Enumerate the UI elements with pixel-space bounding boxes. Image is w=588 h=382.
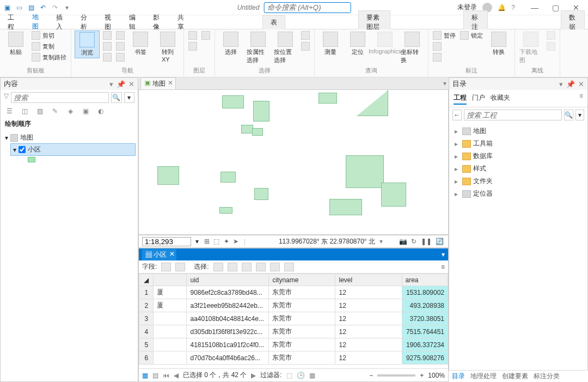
- basemap-button[interactable]: [187, 31, 198, 40]
- add-field-icon[interactable]: [161, 263, 171, 271]
- catalog-item-toolboxes[interactable]: ▸工具箱: [454, 137, 583, 150]
- zoom-in-icon[interactable]: [102, 41, 113, 51]
- show-selected-icon[interactable]: ▤: [152, 372, 158, 379]
- ctx-tab-table[interactable]: 表: [262, 15, 285, 29]
- close-tab-icon[interactable]: ✕: [168, 79, 173, 87]
- copy-button[interactable]: 复制: [30, 41, 68, 51]
- add-data-button[interactable]: [187, 41, 198, 51]
- notification-icon[interactable]: 🔔: [498, 4, 506, 11]
- delete-sel-icon[interactable]: [256, 263, 266, 271]
- pause-labeling-button[interactable]: 暂停: [432, 31, 457, 40]
- convert-labels-button[interactable]: 转换: [486, 31, 511, 57]
- contents-search-input[interactable]: [11, 92, 109, 103]
- pin-icon[interactable]: 📌: [566, 80, 575, 88]
- list-by-perspective-icon[interactable]: ◐: [95, 106, 106, 116]
- rotation-icon[interactable]: ↻: [411, 238, 416, 245]
- catalog-menu-icon[interactable]: ≡: [579, 92, 583, 105]
- dynamic-icon[interactable]: ➤: [233, 238, 238, 245]
- help-icon[interactable]: ?: [511, 4, 515, 11]
- catalog-item-folders[interactable]: ▸文件夹: [454, 175, 583, 187]
- reselect-icon[interactable]: [300, 41, 311, 51]
- bookmarks-button[interactable]: 书签: [128, 31, 153, 57]
- attribute-grid[interactable]: ◢ uid cityname level area 1厦9086ef2c8ca3…: [139, 274, 448, 368]
- list-by-editing-icon[interactable]: ✎: [50, 106, 60, 116]
- col-header[interactable]: uid: [187, 274, 269, 286]
- command-search-input[interactable]: [264, 2, 351, 13]
- catalog-item-locators[interactable]: ▸定位器: [454, 187, 583, 200]
- search-icon[interactable]: 🔍: [564, 110, 573, 120]
- copy-sel-icon[interactable]: [270, 263, 280, 271]
- table-row[interactable]: 541815108b1ca91f2c4f0...东莞市121906.337234: [139, 338, 448, 351]
- first-record-icon[interactable]: ⏮: [163, 372, 169, 379]
- refresh-icon[interactable]: 🔄: [436, 238, 444, 245]
- minimize-button[interactable]: —: [525, 1, 544, 14]
- coord-convert-button[interactable]: 坐标转换: [400, 31, 425, 65]
- constraint-icon[interactable]: ⊞: [204, 238, 210, 245]
- catalog-item-databases[interactable]: ▸数据库: [454, 150, 583, 162]
- expand-icon[interactable]: ▾: [5, 134, 8, 142]
- scale-input[interactable]: [142, 237, 191, 246]
- filter-sel-icon[interactable]: ▦: [309, 372, 315, 379]
- camera-icon[interactable]: 📷: [399, 238, 407, 245]
- calculate-field-icon[interactable]: [175, 263, 185, 271]
- bottom-tab-geoprocessing[interactable]: 地理处理: [470, 372, 497, 381]
- explore-button[interactable]: 浏览: [75, 31, 100, 58]
- list-by-labeling-icon[interactable]: ▣: [80, 106, 91, 116]
- coords-dropdown-icon[interactable]: ▾: [379, 238, 383, 245]
- sync-icon[interactable]: [546, 31, 556, 40]
- remove-icon[interactable]: [546, 41, 556, 51]
- select-by-attr-button[interactable]: 按属性选择: [246, 31, 271, 65]
- table-menu-icon[interactable]: ≡: [441, 263, 445, 271]
- search-icon[interactable]: 🔍: [111, 92, 122, 103]
- table-row[interactable]: 1厦9086ef2c8ca3789bd48...东莞市121531.809002: [139, 286, 448, 299]
- more-labeling-icon[interactable]: [432, 41, 457, 51]
- catalog-tab-project[interactable]: 工程: [454, 92, 467, 105]
- pin-icon[interactable]: 📌: [117, 80, 125, 88]
- select-by-loc-button[interactable]: 按位置选择: [273, 31, 298, 65]
- locate-button[interactable]: 定位: [345, 31, 370, 57]
- select-button[interactable]: 选择: [218, 31, 243, 57]
- zoom-out-icon[interactable]: −: [369, 372, 373, 379]
- measure-button[interactable]: 测量: [318, 31, 343, 57]
- bottom-tab-catalog[interactable]: 目录: [452, 372, 465, 381]
- select-related-icon[interactable]: [213, 263, 223, 271]
- zoom-slider[interactable]: [377, 374, 415, 377]
- next-extent-icon[interactable]: [115, 41, 126, 51]
- filter-icon[interactable]: ▽: [4, 92, 9, 103]
- col-header[interactable]: cityname: [269, 274, 335, 286]
- prev-extent-icon[interactable]: [115, 31, 126, 40]
- tree-item-symbol[interactable]: [26, 156, 136, 163]
- table-row[interactable]: 3aa40108b04c48814c4e...东莞市123720.38051: [139, 312, 448, 325]
- zoom-full-icon[interactable]: [102, 31, 113, 40]
- catalog-item-maps[interactable]: ▸地图: [454, 125, 583, 137]
- cut-button[interactable]: 剪切: [30, 31, 68, 40]
- table-view-dropdown-icon[interactable]: ▾: [442, 251, 445, 258]
- prev-record-icon[interactable]: ◀: [174, 372, 179, 379]
- bottom-tab-label-classes[interactable]: 标注分类: [534, 372, 560, 381]
- paste-button[interactable]: 粘贴: [3, 31, 28, 57]
- list-by-drawing-icon[interactable]: ☰: [4, 106, 15, 116]
- back-icon[interactable]: ←: [452, 110, 462, 120]
- zoom-in-icon[interactable]: +: [420, 372, 424, 379]
- next-record-icon[interactable]: ▶: [251, 372, 256, 379]
- list-by-source-icon[interactable]: ◫: [19, 106, 30, 116]
- add-preset-icon[interactable]: [200, 31, 211, 40]
- catalog-tab-portal[interactable]: 门户: [472, 92, 485, 105]
- close-table-tab-icon[interactable]: ✕: [169, 250, 175, 258]
- select-all-header[interactable]: ◢: [139, 274, 154, 286]
- list-by-snapping-icon[interactable]: ◈: [65, 106, 76, 116]
- pause-draw-icon[interactable]: ❚❚: [421, 238, 432, 245]
- layer-visibility-checkbox[interactable]: [19, 146, 26, 153]
- infographics-button[interactable]: Infographics: [372, 31, 397, 56]
- clear-sel-icon[interactable]: [242, 263, 252, 271]
- fixed-zoom-icon[interactable]: [115, 52, 126, 62]
- dropdown-icon[interactable]: ▾: [559, 80, 563, 88]
- view-unplaced-icon[interactable]: [432, 52, 457, 62]
- bottom-tab-create-features[interactable]: 创建要素: [502, 372, 528, 381]
- search-options-icon[interactable]: ▾: [124, 92, 135, 103]
- filter-time-icon[interactable]: 🕒: [297, 372, 305, 379]
- view-dropdown-icon[interactable]: ▾: [443, 80, 446, 87]
- goto-xy-button[interactable]: 转到 XY: [155, 31, 180, 64]
- tree-item-map[interactable]: ▾ 地图: [3, 132, 136, 143]
- close-panel-icon[interactable]: ✕: [578, 80, 584, 88]
